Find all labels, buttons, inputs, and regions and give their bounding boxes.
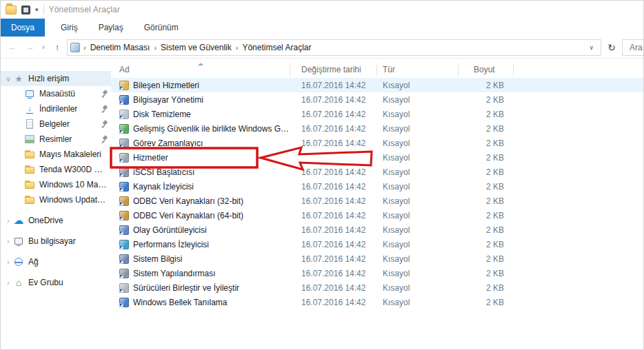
properties-icon[interactable] (21, 6, 30, 14)
history-dropdown-icon[interactable]: ∨ (39, 44, 48, 50)
sidebar-item[interactable]: Windows 10 Mac A... (1, 177, 111, 192)
folder-icon (24, 149, 35, 160)
sidebar-item[interactable]: Tenda W300D Mode... (1, 162, 111, 177)
breadcrumb-item[interactable]: Sistem ve Güvenlik (158, 43, 234, 52)
chevron-right-icon[interactable]: › (3, 258, 13, 266)
sidebar-item[interactable]: ∨Hızlı erişim (1, 71, 111, 86)
file-row[interactable]: Performans İzleyicisi16.07.2016 14:42Kıs… (111, 237, 643, 251)
breadcrumb-separator-icon[interactable]: › (82, 43, 88, 52)
file-name: Sürücüleri Birleştir ve İyileştir (133, 283, 239, 293)
sidebar-item[interactable]: ›OneDrive (1, 213, 111, 228)
file-row[interactable]: Sistem Bilgisi16.07.2016 14:42Kısayol2 K… (111, 251, 643, 266)
sidebar-item-label: Hızlı erişim (28, 74, 69, 83)
file-row[interactable]: Sürücüleri Birleştir ve İyileştir16.07.2… (111, 280, 643, 295)
address-box[interactable]: ›Denetim Masası›Sistem ve Güvenlik›Yönet… (67, 39, 601, 56)
file-row[interactable]: Kaynak İzleyicisi16.07.2016 14:42Kısayol… (111, 179, 643, 194)
sidebar-item-label: Mayıs Makaleleri (39, 150, 101, 159)
file-type: Kısayol (377, 182, 459, 192)
file-row[interactable]: Bilgisayar Yönetimi16.07.2016 14:42Kısay… (111, 92, 643, 107)
address-dropdown-icon[interactable]: ∨ (585, 44, 598, 51)
tab-paylaş[interactable]: Paylaş (88, 19, 134, 37)
tab-giriş[interactable]: Giriş (50, 19, 88, 37)
shortcut-file-icon (119, 254, 129, 264)
back-icon[interactable]: ← (5, 42, 20, 52)
chevron-right-icon[interactable]: › (3, 217, 13, 225)
file-row[interactable]: ODBC Veri Kaynakları (32-bit)16.07.2016 … (111, 194, 643, 208)
chevron-right-icon[interactable]: › (3, 279, 13, 287)
shortcut-arrow-icon (119, 289, 123, 293)
column-header-type[interactable]: Tür (377, 63, 459, 76)
file-type: Kısayol (377, 95, 459, 105)
search-box[interactable] (622, 39, 643, 56)
sidebar-item-label: Resimler (39, 134, 72, 144)
shortcut-file-icon (119, 298, 129, 307)
file-date: 16.07.2016 14:42 (290, 110, 377, 119)
file-row[interactable]: ODBC Veri Kaynakları (64-bit)16.07.2016 … (111, 208, 643, 223)
forward-icon[interactable]: → (22, 42, 37, 52)
file-type: Kısayol (377, 81, 459, 90)
file-name-cell: Disk Temizleme (111, 110, 290, 119)
file-name: ODBC Veri Kaynakları (32-bit) (133, 196, 243, 206)
file-type: Kısayol (377, 269, 459, 278)
file-name: Disk Temizleme (133, 110, 191, 119)
sidebar-item-label: Belgeler (39, 119, 70, 129)
shortcut-file-icon (119, 211, 129, 220)
column-header-size[interactable]: Boyut (459, 63, 514, 76)
file-name: Kaynak İzleyicisi (133, 182, 194, 192)
refresh-icon[interactable]: ↻ (603, 42, 620, 53)
customize-quick-access-toolbar-icon[interactable]: ▾ (35, 6, 39, 13)
tab-görünüm[interactable]: Görünüm (134, 19, 189, 37)
search-input[interactable] (623, 40, 643, 55)
location-icon (70, 43, 80, 52)
breadcrumb-item[interactable]: Yönetimsel Araçlar (239, 43, 314, 52)
column-header-name[interactable]: Ad (111, 63, 290, 76)
file-row[interactable]: Hizmetler16.07.2016 14:42Kısayol2 KB (111, 150, 643, 165)
file-date: 16.07.2016 14:42 (290, 196, 377, 206)
file-row[interactable]: Olay Görüntüleyicisi16.07.2016 14:42Kısa… (111, 223, 643, 237)
file-type: Kısayol (377, 254, 459, 264)
column-header-date-modified[interactable]: Değiştirme tarihi (290, 63, 377, 76)
file-type: Kısayol (377, 124, 459, 134)
tab-dosya[interactable]: Dosya (1, 19, 45, 37)
shortcut-file-icon (119, 283, 129, 293)
breadcrumb-separator-icon[interactable]: › (152, 43, 158, 52)
shortcut-arrow-icon (119, 86, 123, 90)
file-row[interactable]: Görev Zamanlayıcı16.07.2016 14:42Kısayol… (111, 136, 643, 150)
sidebar-item[interactable]: İndirilenler (1, 101, 111, 116)
file-size: 2 KB (459, 298, 514, 307)
file-name-cell: Bileşen Hizmetleri (111, 81, 290, 90)
file-row[interactable]: Gelişmiş Güvenlik ile birlikte Windows G… (111, 121, 643, 136)
sidebar-item[interactable]: ›Ağ (1, 254, 111, 269)
folder-icon (24, 194, 35, 205)
folder-icon (24, 179, 35, 190)
file-name-cell: Kaynak İzleyicisi (111, 182, 290, 192)
breadcrumb-separator-icon[interactable]: › (234, 43, 240, 52)
sidebar-item[interactable]: ›Bu bilgisayar (1, 234, 111, 249)
file-type: Kısayol (377, 240, 459, 249)
sidebar-item[interactable]: Mayıs Makaleleri (1, 147, 111, 162)
column-headers: AdDeğiştirme tarihiTürBoyut (111, 61, 643, 78)
file-row[interactable]: iSCSI Başlatıcısı16.07.2016 14:42Kısayol… (111, 165, 643, 179)
chevron-down-icon[interactable]: ∨ (3, 75, 13, 83)
sidebar-item[interactable]: ›Ev Grubu (1, 275, 111, 290)
file-name-cell: Gelişmiş Güvenlik ile birlikte Windows G… (111, 124, 290, 134)
sidebar-item[interactable]: Resimler (1, 132, 111, 147)
file-name: Windows Bellek Tanılama (133, 298, 228, 307)
explorer-window: ▾ Yönetimsel Araçlar DosyaGirişPaylaşGör… (0, 0, 644, 350)
sidebar-item[interactable]: Windows Update 0x... (1, 192, 111, 207)
file-type: Kısayol (377, 196, 459, 206)
file-name: Sistem Yapılandırması (133, 269, 216, 278)
sidebar-item[interactable]: Belgeler (1, 116, 111, 132)
window-title: Yönetimsel Araçlar (49, 5, 121, 14)
file-row[interactable]: Bileşen Hizmetleri16.07.2016 14:42Kısayo… (111, 78, 643, 92)
file-row[interactable]: Sistem Yapılandırması16.07.2016 14:42Kıs… (111, 266, 643, 280)
breadcrumb-item[interactable]: Denetim Masası (88, 43, 153, 52)
file-date: 16.07.2016 14:42 (290, 225, 377, 235)
file-row[interactable]: Windows Bellek Tanılama16.07.2016 14:42K… (111, 295, 643, 309)
sidebar-item[interactable]: Masaüstü (1, 86, 111, 101)
file-area: AdDeğiştirme tarihiTürBoyut Bileşen Hizm… (111, 59, 643, 350)
up-icon[interactable]: ↑ (50, 42, 65, 52)
file-name-cell: Hizmetler (111, 153, 290, 163)
file-row[interactable]: Disk Temizleme16.07.2016 14:42Kısayol2 K… (111, 107, 643, 121)
chevron-right-icon[interactable]: › (3, 238, 13, 245)
